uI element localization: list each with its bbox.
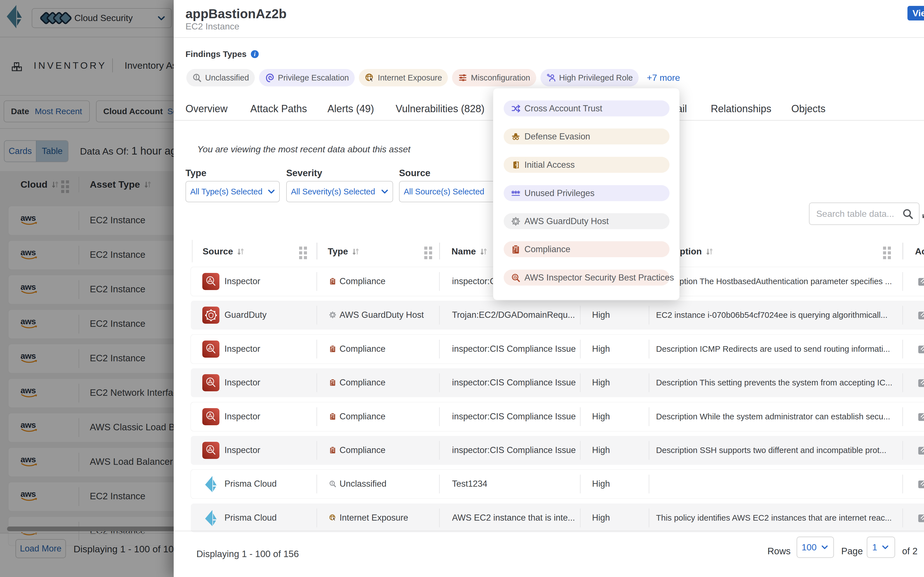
findings-types-chips: Unclassified Privilege Escalation Intern… <box>186 69 680 86</box>
finding-row[interactable]: InspectorComplianceinspector:CIS Complia… <box>191 402 924 431</box>
open-in-new-icon <box>917 309 924 321</box>
door-icon <box>511 160 521 170</box>
info-icon[interactable]: i <box>251 50 259 58</box>
filter-select[interactable]: All Source(s) Selected <box>399 181 506 202</box>
inspector-icon <box>202 442 219 459</box>
finding-type-chip[interactable]: Misconfiguration <box>452 69 536 86</box>
finding-type-chip[interactable]: Privilege Escalation <box>259 69 355 86</box>
chevron-down-icon <box>821 543 829 551</box>
finding-type-chip[interactable]: Cross Account Trust <box>504 100 669 116</box>
column-divider <box>902 243 903 259</box>
drag-handle-icon[interactable] <box>883 247 891 259</box>
table-search <box>809 203 919 225</box>
view-button[interactable]: Vie <box>908 6 924 21</box>
findings-column-header[interactable]: Type <box>328 246 360 257</box>
finding-type-chip[interactable]: High Privileged Role <box>540 69 639 86</box>
open-finding-button[interactable] <box>917 511 924 525</box>
drag-handle-icon[interactable] <box>424 247 432 259</box>
open-in-new-icon <box>917 275 924 287</box>
finding-type-chip[interactable]: Initial Access <box>504 157 669 173</box>
page-select[interactable]: 1 <box>867 537 895 558</box>
open-in-new-icon <box>917 410 924 422</box>
tab[interactable]: Attack Paths <box>250 103 307 115</box>
gear-shield-icon <box>511 216 521 226</box>
tab[interactable]: Relationships <box>711 103 771 115</box>
rows-label: Rows <box>768 546 791 556</box>
findings-column-header[interactable]: Actions <box>915 246 924 257</box>
prisma-cloud-icon <box>205 476 217 492</box>
column-divider <box>439 243 440 259</box>
clipboard-check-icon <box>511 245 521 254</box>
finding-row[interactable]: Prisma CloudInternet ExposureAWS EC2 ins… <box>191 503 924 532</box>
sort-icon <box>479 247 488 256</box>
search-input[interactable] <box>816 209 900 219</box>
open-in-new-icon <box>917 342 924 355</box>
open-finding-button[interactable] <box>917 275 924 288</box>
column-divider <box>316 243 318 259</box>
inspector-icon <box>202 408 219 425</box>
recent-data-note: You are viewing the most recent data abo… <box>197 144 411 155</box>
tab[interactable]: Alerts (49) <box>327 103 374 115</box>
magnifier-alert-icon <box>329 480 336 488</box>
sort-icon <box>351 247 360 256</box>
finding-row[interactable]: InspectorComplianceinspector:CIS Complia… <box>191 335 924 364</box>
open-finding-button[interactable] <box>917 477 924 491</box>
finding-type-chip[interactable]: Defense Evasion <box>504 129 669 145</box>
finding-type-chip[interactable]: Unused Privileges <box>504 185 669 201</box>
open-finding-button[interactable] <box>917 410 924 424</box>
filter-select[interactable]: All Type(s) Selected <box>185 181 280 202</box>
findings-column-header[interactable]: Name <box>452 246 488 257</box>
open-finding-button[interactable] <box>917 342 924 356</box>
open-in-new-icon <box>917 376 924 388</box>
sliders-icon <box>458 73 468 82</box>
magnifier-gear-icon <box>511 273 521 282</box>
finding-row[interactable]: InspectorComplianceinspector:CIS Complia… <box>191 436 924 465</box>
filter-label: Severity <box>286 168 322 178</box>
clipboard-check-icon <box>329 345 336 353</box>
tab[interactable]: Objects <box>791 103 826 115</box>
screen: aws Cloud Security INVENTORY Inventory A… <box>0 0 924 577</box>
spy-icon <box>511 132 521 141</box>
open-finding-button[interactable] <box>917 376 924 390</box>
finding-type-chip[interactable]: AWS Inspector Security Best Practices <box>504 269 669 285</box>
chevron-down-icon <box>380 187 389 196</box>
gear-shield-icon <box>329 311 336 319</box>
open-finding-button[interactable] <box>917 444 924 457</box>
open-in-new-icon <box>917 511 924 524</box>
rows-select[interactable]: 100 <box>797 537 834 558</box>
filter-select[interactable]: All Severity(s) Selected <box>286 181 393 202</box>
asterisks-icon <box>511 189 521 198</box>
asset-title: appBastionAz2b <box>185 6 287 21</box>
finding-type-chip[interactable]: Compliance <box>504 241 669 257</box>
inspector-icon <box>202 273 219 290</box>
filter-label: Source <box>399 168 431 178</box>
more-findings-popup: Cross Account Trust Defense Evasion Init… <box>493 88 680 300</box>
more-findings-link[interactable]: +7 more <box>647 73 680 83</box>
globe-cursor-icon <box>329 514 336 521</box>
finding-row[interactable]: Prisma CloudUnclassifiedTest1234High <box>191 469 924 498</box>
findings-types-label: Findings Types <box>185 49 247 59</box>
finding-type-chip[interactable]: Internet Exposure <box>359 69 448 86</box>
findings-types-row: Findings Typesi <box>185 49 259 59</box>
prisma-cloud-icon <box>205 510 217 526</box>
tab[interactable]: Vulnerabilities (828) <box>396 103 485 115</box>
page-label: Page <box>841 546 863 556</box>
magnifier-alert-icon <box>192 73 202 82</box>
finding-row[interactable]: GuardDutyAWS GuardDuty HostTrojan:EC2/DG… <box>191 301 924 330</box>
clipboard-check-icon <box>329 446 336 454</box>
finding-type-chip[interactable]: Unclassified <box>186 69 255 86</box>
finding-row[interactable]: InspectorComplianceinspector:CIS Complia… <box>191 368 924 397</box>
finding-type-chip[interactable]: AWS GuardDuty Host <box>504 213 669 229</box>
of-pages-text: of 2 <box>902 546 918 556</box>
open-finding-button[interactable] <box>917 309 924 322</box>
chevron-down-icon <box>267 187 276 196</box>
tab[interactable]: Overview <box>185 103 227 115</box>
sort-icon <box>705 247 714 256</box>
sort-icon <box>236 247 245 256</box>
open-in-new-icon <box>917 444 924 456</box>
fingerprint-icon <box>265 73 274 82</box>
drag-handle-icon[interactable] <box>299 247 307 259</box>
clipboard-check-icon <box>329 413 336 420</box>
divider <box>174 37 924 38</box>
findings-column-header[interactable]: Source <box>203 246 245 257</box>
